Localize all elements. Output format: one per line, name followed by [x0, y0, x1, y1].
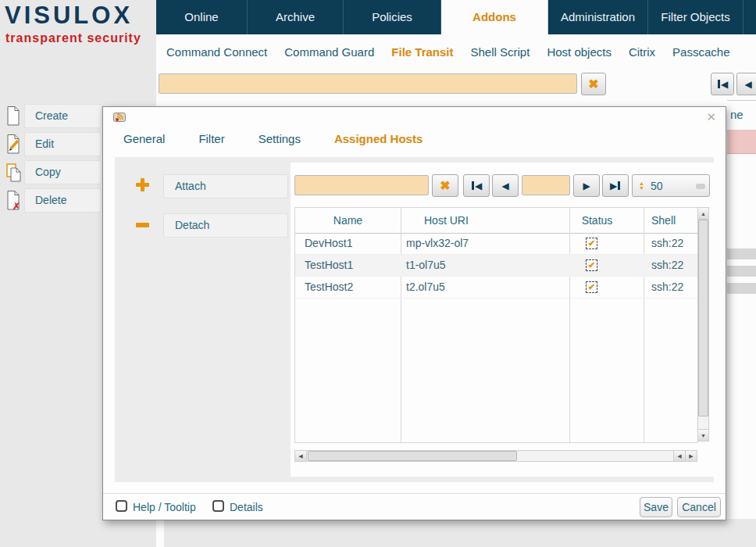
background-table-row-highlight: [727, 130, 756, 154]
topnav-item-policies[interactable]: Policies: [344, 0, 441, 34]
subnav-item-command-connect[interactable]: Command Connect: [158, 45, 276, 59]
cell-host-uri: mp-vlx32-ol7: [401, 233, 569, 254]
grid-body: DevHost1 mp-vlx32-ol7 ✔ ssh:22 TestHost1…: [295, 233, 698, 299]
first-page-icon: [472, 181, 474, 190]
help-tooltip-checkbox[interactable]: [116, 500, 127, 512]
dialog-footer: Help / Tooltip Details Save Cancel: [103, 493, 726, 520]
vertical-scroll-thumb[interactable]: [698, 220, 708, 417]
cell-name: TestHost2: [295, 277, 401, 298]
main-clear-filter-button[interactable]: ✖: [581, 73, 606, 95]
partial-column-header-text: ne: [727, 101, 756, 129]
detach-button[interactable]: Detach: [163, 213, 288, 238]
topnav-item-archive[interactable]: Archive: [248, 0, 344, 34]
horizontal-scroll-thumb[interactable]: [308, 451, 517, 461]
copy-documents-icon: [5, 162, 22, 183]
dialog-titlebar: ✕: [103, 107, 726, 127]
topnav-item-addons[interactable]: Addons: [441, 0, 548, 34]
table-page-number-input[interactable]: [522, 175, 570, 195]
arrow-right-icon: ▶: [610, 181, 617, 191]
last-page-icon: [618, 181, 620, 190]
column-header-name[interactable]: Name: [295, 208, 401, 233]
subnav-item-shell-script[interactable]: Shell Script: [462, 45, 539, 59]
topnav-filler: [744, 0, 756, 34]
topnav-item-filter-objects[interactable]: Filter Objects: [648, 0, 744, 34]
details-label: Details: [230, 501, 263, 513]
table-clear-filter-button[interactable]: ✖: [432, 174, 458, 197]
column-header-status[interactable]: Status: [569, 208, 644, 233]
main-search-input[interactable]: [159, 73, 577, 94]
page-size-handle: [696, 184, 705, 189]
tab-settings[interactable]: Settings: [259, 132, 301, 145]
tab-assigned-hosts[interactable]: Assigned Hosts: [334, 132, 423, 145]
background-table-header-fragment: ne: [727, 100, 756, 132]
edit-button[interactable]: Edit: [24, 132, 102, 156]
main-first-page-button[interactable]: ◀: [711, 73, 734, 95]
first-page-icon: [718, 80, 720, 88]
page-size-selector[interactable]: ▲▼ 50: [632, 174, 710, 197]
cell-status: ✔: [569, 233, 644, 254]
visulox-admin-screen: VISULOX transparent security Online Arch…: [0, 0, 756, 547]
main-prev-page-button[interactable]: ◀: [736, 73, 756, 95]
brand-logo: VISULOX: [5, 2, 133, 30]
sort-updown-icon: ▲▼: [639, 181, 644, 191]
cell-status: ✔: [569, 255, 644, 276]
cell-name: TestHost1: [295, 255, 401, 276]
assigned-hosts-dialog: ✕ General Filter Settings Assigned Hosts…: [102, 106, 726, 520]
svg-text:✗: ✗: [12, 201, 20, 211]
table-first-page-button[interactable]: ◀: [463, 174, 490, 197]
assigned-hosts-panel: Attach Detach ✖ ◀ ◀ ▶: [115, 157, 714, 482]
close-icon[interactable]: ✕: [706, 110, 716, 124]
minus-icon: [136, 223, 149, 227]
scroll-right-button[interactable]: ▶: [685, 451, 697, 461]
delete-button[interactable]: Delete: [24, 188, 102, 213]
arrow-left-icon: ◀: [298, 453, 302, 459]
status-checkbox[interactable]: ✔: [586, 238, 597, 249]
save-button[interactable]: Save: [640, 497, 672, 517]
scroll-left-button[interactable]: ◀: [295, 451, 307, 461]
subnav-item-file-transit[interactable]: File Transit: [383, 45, 462, 59]
document-new-icon: [5, 105, 22, 127]
scroll-up-button[interactable]: ▲: [698, 208, 708, 220]
table-search-input[interactable]: [294, 175, 429, 195]
table-prev-page-button[interactable]: ◀: [492, 174, 519, 197]
attach-button[interactable]: Attach: [163, 174, 288, 198]
cancel-button[interactable]: Cancel: [677, 497, 721, 517]
cell-host-uri: t1-ol7u5: [401, 255, 569, 276]
details-checkbox[interactable]: [212, 500, 224, 512]
tab-filter[interactable]: Filter: [198, 132, 224, 145]
subnav-item-passcache[interactable]: Passcache: [664, 45, 738, 59]
table-row[interactable]: TestHost2 t2.ol7u5 ✔ ssh:22: [295, 277, 698, 299]
sub-navigation: Command Connect Command Guard File Trans…: [156, 34, 756, 69]
help-tooltip-label: Help / Tooltip: [133, 501, 196, 513]
cell-shell: ssh:22: [644, 233, 698, 254]
content-left-edge: [156, 519, 164, 547]
grid-header: Name Host URI Status Shell: [295, 208, 698, 234]
topnav-item-online[interactable]: Online: [156, 0, 248, 34]
dialog-tabs: General Filter Settings Assigned Hosts: [123, 132, 423, 145]
subnav-item-citrix[interactable]: Citrix: [620, 45, 664, 59]
table-next-page-button[interactable]: ▶: [573, 174, 600, 197]
vertical-scrollbar[interactable]: ▲ ▼: [697, 207, 709, 442]
scroll-left-button-right[interactable]: ◀: [673, 451, 685, 461]
status-checkbox[interactable]: ✔: [586, 281, 597, 293]
arrow-left-icon: ◀: [721, 80, 728, 89]
horizontal-scrollbar[interactable]: ◀ ◀ ▶: [294, 450, 697, 462]
status-checkbox[interactable]: ✔: [586, 259, 597, 271]
arrow-left-icon: ◀: [744, 80, 751, 89]
table-last-page-button[interactable]: ▶: [602, 174, 629, 197]
arrow-left-icon: ◀: [677, 453, 681, 459]
create-button[interactable]: Create: [24, 104, 102, 128]
column-header-host-uri[interactable]: Host URI: [401, 208, 569, 233]
table-row[interactable]: TestHost1 t1-ol7u5 ✔ ssh:22: [295, 255, 698, 277]
copy-button[interactable]: Copy: [24, 160, 102, 184]
subnav-item-host-objects[interactable]: Host objects: [538, 45, 620, 59]
tab-general[interactable]: General: [123, 132, 165, 145]
page-size-value: 50: [651, 180, 663, 192]
scroll-down-button[interactable]: ▼: [698, 429, 708, 441]
table-row[interactable]: DevHost1 mp-vlx32-ol7 ✔ ssh:22: [295, 233, 698, 255]
topnav-item-administration[interactable]: Administration: [548, 0, 648, 34]
cell-shell: ssh:22: [644, 277, 698, 298]
column-header-shell[interactable]: Shell: [644, 208, 698, 233]
hosts-grid: Name Host URI Status Shell DevHost1 mp-v…: [294, 207, 698, 443]
subnav-item-command-guard[interactable]: Command Guard: [276, 45, 383, 59]
